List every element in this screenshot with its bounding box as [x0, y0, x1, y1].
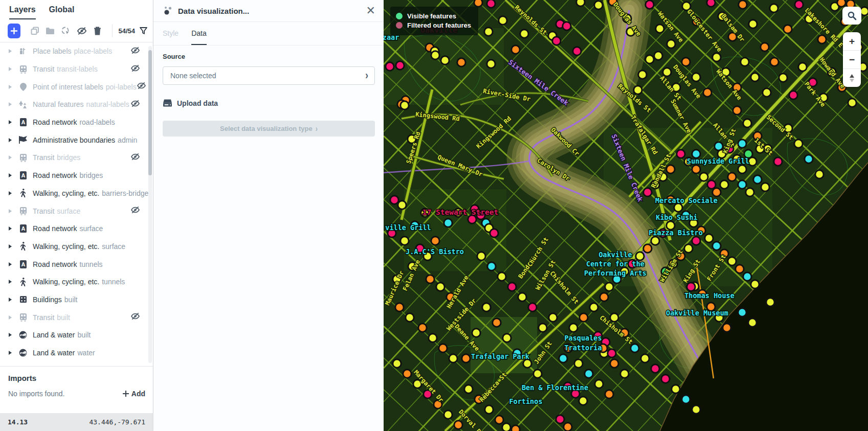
- map-feature-dot[interactable]: [634, 86, 642, 94]
- map-feature-dot[interactable]: [682, 58, 690, 66]
- map-feature-dot[interactable]: [468, 215, 476, 223]
- map-feature-dot[interactable]: [398, 201, 406, 209]
- expand-caret-icon[interactable]: [9, 333, 12, 337]
- map-feature-dot[interactable]: [574, 359, 583, 368]
- map-feature-dot[interactable]: [528, 303, 537, 311]
- select-feature-button[interactable]: [61, 26, 71, 36]
- map-feature-dot[interactable]: [848, 99, 856, 107]
- map-feature-dot[interactable]: [770, 4, 778, 12]
- layer-row-bridges[interactable]: A Road network bridges: [0, 167, 153, 185]
- map-feature-dot[interactable]: [751, 73, 759, 81]
- add-layer-button[interactable]: [8, 24, 20, 38]
- map-feature-dot[interactable]: [738, 180, 746, 189]
- map-feature-dot[interactable]: [682, 395, 690, 403]
- map-feature-dot[interactable]: [751, 280, 759, 288]
- map-feature-dot[interactable]: [549, 313, 557, 322]
- map-feature-dot[interactable]: [579, 397, 587, 405]
- expand-caret-icon[interactable]: [9, 351, 12, 355]
- layer-row-transit-labels[interactable]: Transit transit-labels: [0, 60, 153, 78]
- map-feature-dot[interactable]: [700, 173, 708, 181]
- layer-hidden-eye-off-icon[interactable]: [130, 100, 140, 109]
- map-feature-dot[interactable]: [692, 237, 700, 245]
- upload-data-button[interactable]: Upload data: [163, 99, 375, 107]
- layer-row-place-labels[interactable]: Place labels place-labels: [0, 42, 153, 60]
- map-feature-dot[interactable]: [610, 359, 618, 368]
- expand-caret-icon[interactable]: [9, 155, 12, 160]
- map-feature-dot[interactable]: [418, 324, 427, 332]
- layer-hidden-eye-off-icon[interactable]: [137, 82, 146, 92]
- layer-row-bridges[interactable]: Transit bridges: [0, 149, 153, 167]
- expand-caret-icon[interactable]: [9, 49, 12, 53]
- map-feature-dot[interactable]: [761, 183, 769, 191]
- map-feature-dot[interactable]: [490, 229, 498, 237]
- map-feature-dot[interactable]: [499, 16, 507, 25]
- map-feature-dot[interactable]: [743, 119, 751, 127]
- map-feature-dot[interactable]: [674, 203, 682, 212]
- layer-row-surface[interactable]: A Road network surface: [0, 220, 153, 238]
- map-feature-dot[interactable]: [484, 28, 493, 36]
- layer-row-barriers-bridges[interactable]: Walking, cycling, etc. barriers-bridges: [0, 185, 153, 202]
- layer-row-poi-labels[interactable]: Point of interest labels poi-labels: [0, 78, 153, 96]
- map-feature-dot[interactable]: [728, 173, 736, 181]
- map-feature-dot[interactable]: [436, 283, 444, 291]
- map-feature-dot[interactable]: [818, 35, 826, 43]
- map-feature-dot[interactable]: [837, 0, 845, 7]
- select-viz-type-button[interactable]: Select data visualization type›: [163, 121, 375, 137]
- map-feature-dot[interactable]: [487, 0, 495, 8]
- layer-row-natural-labels[interactable]: Natural features natural-labels: [0, 96, 153, 114]
- map-feature-dot[interactable]: [595, 380, 603, 388]
- map-feature-dot[interactable]: [400, 101, 409, 109]
- map-feature-dot[interactable]: [692, 165, 700, 173]
- map-feature-dot[interactable]: [738, 165, 746, 173]
- layer-row-built[interactable]: Transit built: [0, 308, 153, 326]
- map-feature-dot[interactable]: [564, 423, 572, 431]
- map-feature-dot[interactable]: [666, 165, 675, 173]
- expand-caret-icon[interactable]: [9, 191, 12, 195]
- map-feature-dot[interactable]: [502, 423, 510, 431]
- map-feature-dot[interactable]: [692, 73, 700, 81]
- map-feature-dot[interactable]: [646, 1, 654, 9]
- map-feature-dot[interactable]: [723, 324, 731, 332]
- map-feature-dot[interactable]: [429, 334, 437, 342]
- map-feature-dot[interactable]: [386, 62, 394, 71]
- sidebar-scrollbar[interactable]: [148, 46, 152, 363]
- map-feature-dot[interactable]: [573, 47, 581, 55]
- expand-caret-icon[interactable]: [9, 102, 12, 106]
- layer-row-built[interactable]: Land & water built: [0, 326, 153, 344]
- map-feature-dot[interactable]: [638, 71, 647, 79]
- tab-global[interactable]: Global: [49, 5, 75, 19]
- expand-caret-icon[interactable]: [9, 280, 12, 284]
- map-feature-dot[interactable]: [508, 283, 516, 291]
- compass-bearing-button[interactable]: [843, 69, 861, 87]
- map-feature-dot[interactable]: [431, 51, 439, 59]
- map-feature-dot[interactable]: [738, 140, 746, 148]
- map-feature-dot[interactable]: [654, 52, 662, 60]
- zoom-in-button[interactable]: +: [843, 32, 861, 51]
- map-feature-dot[interactable]: [720, 180, 728, 189]
- map-feature-dot[interactable]: [672, 385, 680, 393]
- group-layers-button[interactable]: [46, 26, 55, 36]
- map-feature-dot[interactable]: [390, 196, 398, 204]
- imports-add-button[interactable]: Add: [123, 390, 145, 398]
- map-feature-dot[interactable]: [677, 150, 685, 158]
- map-feature-dot[interactable]: [600, 293, 608, 301]
- map-feature-dot[interactable]: [406, 313, 414, 322]
- map-feature-dot[interactable]: [707, 0, 715, 7]
- map-feature-dot[interactable]: [487, 60, 495, 68]
- map-feature-dot[interactable]: [753, 175, 762, 184]
- map-feature-dot[interactable]: [608, 349, 616, 357]
- expand-caret-icon[interactable]: [9, 209, 12, 213]
- map-feature-dot[interactable]: [728, 257, 736, 265]
- map-feature-dot[interactable]: [733, 106, 741, 115]
- layer-row-tunnels[interactable]: Walking, cycling, etc. tunnels: [0, 273, 153, 291]
- expand-caret-icon[interactable]: [9, 315, 12, 320]
- layer-row-admin[interactable]: Administrative boundaries admin: [0, 131, 153, 149]
- map-feature-dot[interactable]: [784, 25, 792, 33]
- map-feature-dot[interactable]: [815, 170, 824, 178]
- map-feature-dot[interactable]: [563, 22, 571, 30]
- map-feature-dot[interactable]: [396, 61, 404, 70]
- layer-hidden-eye-off-icon[interactable]: [130, 312, 140, 322]
- map-feature-dot[interactable]: [770, 58, 778, 66]
- layer-row-tunnels[interactable]: A Road network tunnels: [0, 255, 153, 273]
- map-feature-dot[interactable]: [763, 88, 771, 97]
